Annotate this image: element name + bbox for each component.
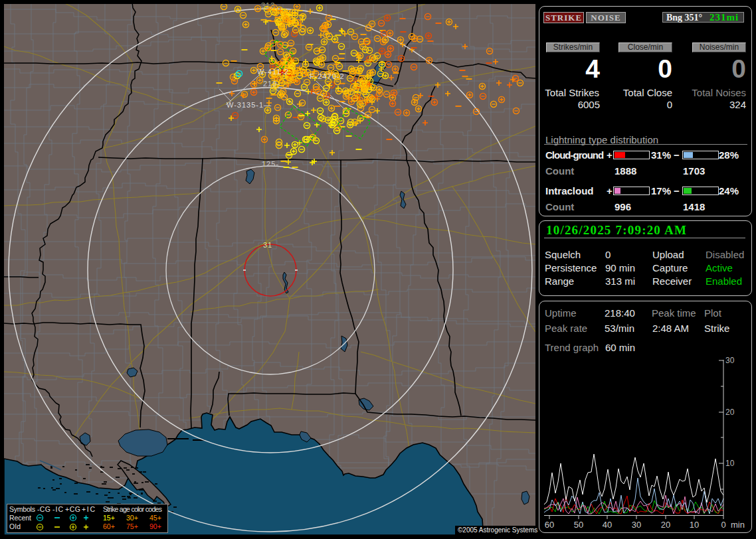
svg-text:+IC: +IC: [82, 505, 95, 513]
svg-text:Symbols: Symbols: [9, 505, 35, 513]
svg-text:Old: Old: [9, 522, 21, 530]
svg-text:+CG: +CG: [65, 505, 80, 513]
svg-text:Strike age color codes: Strike age color codes: [103, 505, 162, 513]
svg-text:90+: 90+: [149, 522, 161, 530]
svg-text:Recent: Recent: [9, 514, 31, 522]
svg-text:15+: 15+: [103, 514, 115, 522]
svg-text:-IC: -IC: [52, 505, 63, 513]
svg-text:45+: 45+: [149, 514, 161, 522]
svg-text:75+: 75+: [126, 522, 138, 530]
svg-text:30+: 30+: [126, 514, 138, 522]
svg-text:60+: 60+: [103, 522, 115, 530]
svg-text:-CG: -CG: [37, 505, 50, 513]
